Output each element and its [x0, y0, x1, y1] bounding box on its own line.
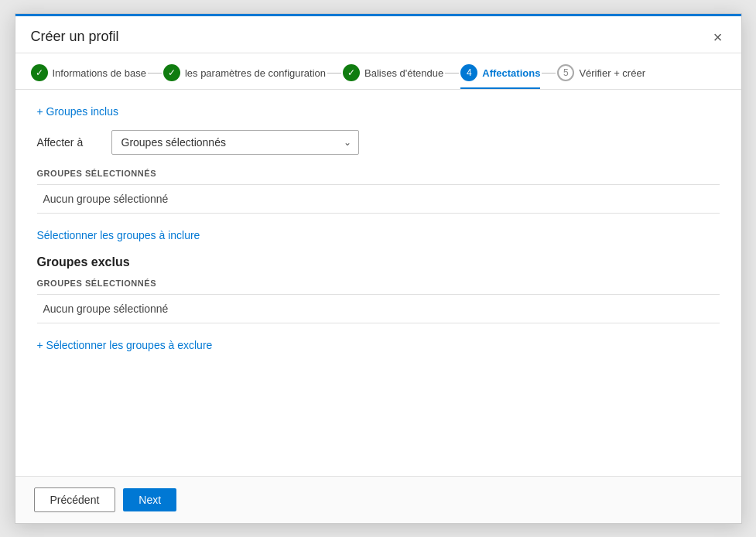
step2-label: les paramètres de configuration	[185, 67, 326, 79]
no-group-included-cell: Aucun groupe sélectionné	[37, 185, 720, 214]
step-separator-1	[148, 73, 162, 74]
excluded-groups-table: Aucun groupe sélectionné	[37, 294, 720, 323]
previous-button[interactable]: Précédent	[34, 487, 116, 512]
assign-to-dropdown-wrapper: Groupes sélectionnés Tous les utilisateu…	[111, 130, 359, 155]
select-include-groups-label: Sélectionner les groupes à inclure	[37, 229, 200, 241]
wizard-steps: ✓ Informations de base ✓ les paramètres …	[15, 53, 741, 90]
step-affectations[interactable]: 4 Affectations	[460, 64, 540, 89]
step-informations-de-base[interactable]: ✓ Informations de base	[31, 64, 146, 89]
excluded-groups-heading: Groupes exclus	[37, 255, 720, 269]
dialog-title: Créer un profil	[31, 29, 119, 45]
step4-icon: 4	[460, 64, 477, 81]
step-verifier-creer[interactable]: 5 Vérifier + créer	[557, 64, 645, 89]
assign-to-row: Affecter à Groupes sélectionnés Tous les…	[37, 130, 720, 155]
select-exclude-groups-label: + Sélectionner les groupes à exclure	[37, 339, 213, 351]
no-group-excluded-cell: Aucun groupe sélectionné	[37, 295, 720, 323]
dialog-header: Créer un profil ×	[15, 16, 741, 53]
create-profile-dialog: Créer un profil × ✓ Informations de base…	[15, 13, 742, 524]
dialog-footer: Précédent Next	[15, 476, 741, 523]
step-separator-2	[327, 73, 341, 74]
included-section-heading: GROUPES SÉLECTIONNÉS	[37, 169, 720, 178]
step5-label: Vérifier + créer	[579, 67, 645, 79]
step3-icon: ✓	[343, 64, 360, 81]
excluded-section-heading: GROUPES SÉLECTIONNÉS	[37, 279, 720, 288]
assign-to-label: Affecter à	[37, 136, 99, 149]
step3-label: Balises d'étendue	[364, 67, 443, 79]
step5-icon: 5	[557, 64, 574, 81]
step2-icon: ✓	[163, 64, 180, 81]
table-row: Aucun groupe sélectionné	[37, 185, 720, 214]
select-exclude-groups-link[interactable]: + Sélectionner les groupes à exclure	[37, 339, 213, 351]
step1-icon: ✓	[31, 64, 48, 81]
dialog-body: + Groupes inclus Affecter à Groupes séle…	[15, 90, 741, 476]
table-row: Aucun groupe sélectionné	[37, 295, 720, 323]
select-include-groups-link[interactable]: Sélectionner les groupes à inclure	[37, 229, 200, 241]
step4-label: Affectations	[482, 67, 540, 79]
step-separator-4	[542, 73, 556, 74]
step1-label: Informations de base	[53, 67, 146, 79]
close-button[interactable]: ×	[710, 29, 726, 45]
included-groups-table: Aucun groupe sélectionné	[37, 184, 720, 214]
add-included-groups-link[interactable]: + Groupes inclus	[37, 105, 118, 118]
step-separator-3	[445, 73, 459, 74]
next-button[interactable]: Next	[123, 488, 176, 511]
assign-to-dropdown[interactable]: Groupes sélectionnés Tous les utilisateu…	[111, 130, 359, 155]
step-parametres[interactable]: ✓ les paramètres de configuration	[163, 64, 326, 89]
step-balises[interactable]: ✓ Balises d'étendue	[343, 64, 443, 89]
